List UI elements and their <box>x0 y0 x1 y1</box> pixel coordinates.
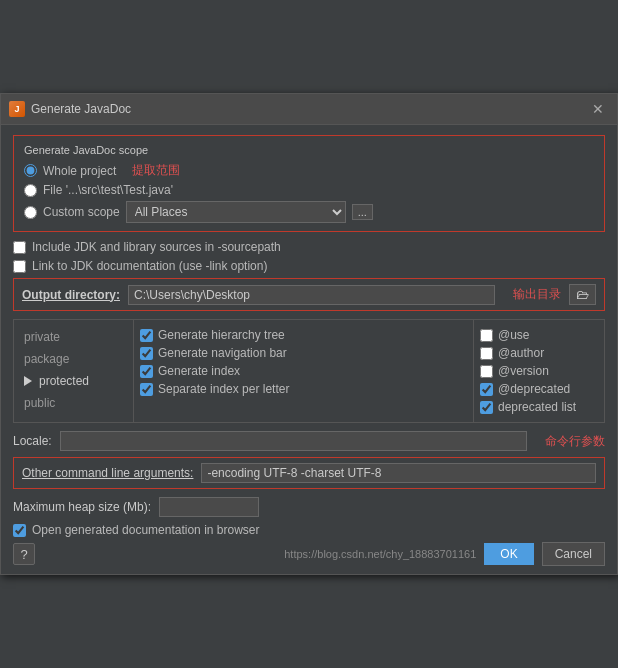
include-jdk-checkbox[interactable] <box>13 241 26 254</box>
include-jdk-label: Include JDK and library sources in -sour… <box>32 240 281 254</box>
cb-author: @author <box>480 346 598 360</box>
scope-file-label: File '...\src\test\Test.java' <box>43 183 173 197</box>
cb-version-label: @version <box>498 364 549 378</box>
cb-hierarchy-tree-checkbox[interactable] <box>140 329 153 342</box>
cb-deprecated-label: @deprecated <box>498 382 570 396</box>
ok-button[interactable]: OK <box>484 543 533 565</box>
scope-item-private[interactable]: private <box>20 328 127 346</box>
cmdline-section: Other command line arguments: <box>13 457 605 489</box>
output-label: Output directory: <box>22 288 120 302</box>
locale-input[interactable] <box>60 431 527 451</box>
scope-custom-radio[interactable] <box>24 206 37 219</box>
locale-row: Locale: 命令行参数 <box>13 431 605 451</box>
heap-label: Maximum heap size (Mb): <box>13 500 151 514</box>
scope-item-package-label: package <box>24 352 69 366</box>
scope-item-protected-label: protected <box>39 374 89 388</box>
scope-item-private-label: private <box>24 330 60 344</box>
cb-deprecated-checkbox[interactable] <box>480 383 493 396</box>
folder-button[interactable]: 🗁 <box>569 284 596 305</box>
scope-arrow-icon <box>24 376 32 386</box>
open-browser-checkbox[interactable] <box>13 524 26 537</box>
scope-whole-project-label: Whole project <box>43 164 116 178</box>
scope-custom-row: Custom scope All Places ... <box>24 201 594 223</box>
generate-javadoc-dialog: J Generate JavaDoc ✕ Generate JavaDoc sc… <box>0 93 618 575</box>
cb-gen-index-checkbox[interactable] <box>140 365 153 378</box>
cb-sep-index: Separate index per letter <box>140 382 467 396</box>
app-icon: J <box>9 101 25 117</box>
cb-nav-bar: Generate navigation bar <box>140 346 467 360</box>
scope-whole-project-row: Whole project 提取范围 <box>24 162 594 179</box>
scope-file-radio[interactable] <box>24 184 37 197</box>
cb-author-label: @author <box>498 346 544 360</box>
scope-item-package[interactable]: package <box>20 350 127 368</box>
cb-nav-bar-checkbox[interactable] <box>140 347 153 360</box>
output-input[interactable] <box>128 285 495 305</box>
heap-row: Maximum heap size (Mb): <box>13 497 605 517</box>
cb-nav-bar-label: Generate navigation bar <box>158 346 287 360</box>
cb-sep-index-checkbox[interactable] <box>140 383 153 396</box>
scope-custom-select[interactable]: All Places <box>126 201 346 223</box>
cb-author-checkbox[interactable] <box>480 347 493 360</box>
scope-file-row: File '...\src\test\Test.java' <box>24 183 594 197</box>
open-browser-label: Open generated documentation in browser <box>32 523 259 537</box>
close-button[interactable]: ✕ <box>587 99 609 119</box>
link-jdk-row: Link to JDK documentation (use -link opt… <box>13 259 605 273</box>
scope-annotation: 提取范围 <box>132 162 180 179</box>
cb-use-checkbox[interactable] <box>480 329 493 342</box>
cb-use-label: @use <box>498 328 530 342</box>
cb-sep-index-label: Separate index per letter <box>158 382 289 396</box>
middle-panel: Generate hierarchy tree Generate navigat… <box>134 320 474 422</box>
locale-annotation: 命令行参数 <box>545 433 605 450</box>
cb-version-checkbox[interactable] <box>480 365 493 378</box>
scope-custom-label: Custom scope <box>43 205 120 219</box>
cb-deprecated-list: deprecated list <box>480 400 598 414</box>
cmdline-input[interactable] <box>201 463 596 483</box>
link-jdk-checkbox[interactable] <box>13 260 26 273</box>
middle-section: private package protected public Generat… <box>13 319 605 423</box>
cb-gen-index: Generate index <box>140 364 467 378</box>
cb-version: @version <box>480 364 598 378</box>
dialog-title: Generate JavaDoc <box>31 102 131 116</box>
cb-use: @use <box>480 328 598 342</box>
scope-section: Generate JavaDoc scope Whole project 提取范… <box>13 135 605 232</box>
help-button[interactable]: ? <box>13 543 35 565</box>
cb-deprecated-list-checkbox[interactable] <box>480 401 493 414</box>
title-bar-left: J Generate JavaDoc <box>9 101 131 117</box>
output-section: Output directory: 输出目录 🗁 <box>13 278 605 311</box>
scope-item-protected[interactable]: protected <box>20 372 127 390</box>
left-panel: private package protected public <box>14 320 134 422</box>
footer-right: https://blog.csdn.net/chy_18883701161 OK… <box>284 542 605 566</box>
heap-input[interactable] <box>159 497 259 517</box>
locale-label: Locale: <box>13 434 52 448</box>
right-panel: @use @author @version @deprecated deprec… <box>474 320 604 422</box>
cb-deprecated: @deprecated <box>480 382 598 396</box>
cancel-button[interactable]: Cancel <box>542 542 605 566</box>
scope-radio-group: Whole project 提取范围 File '...\src\test\Te… <box>24 162 594 223</box>
cmdline-label: Other command line arguments: <box>22 466 193 480</box>
scope-item-public-label: public <box>24 396 55 410</box>
blog-link: https://blog.csdn.net/chy_18883701161 <box>284 548 476 560</box>
cb-gen-index-label: Generate index <box>158 364 240 378</box>
cb-hierarchy-tree-label: Generate hierarchy tree <box>158 328 285 342</box>
scope-custom-btn[interactable]: ... <box>352 204 373 220</box>
output-annotation: 输出目录 <box>513 286 561 303</box>
scope-whole-project-radio[interactable] <box>24 164 37 177</box>
footer-row: ? https://blog.csdn.net/chy_18883701161 … <box>13 542 605 566</box>
include-jdk-row: Include JDK and library sources in -sour… <box>13 240 605 254</box>
link-jdk-label: Link to JDK documentation (use -link opt… <box>32 259 267 273</box>
open-browser-row: Open generated documentation in browser <box>13 523 605 537</box>
scope-item-public[interactable]: public <box>20 394 127 412</box>
cb-hierarchy-tree: Generate hierarchy tree <box>140 328 467 342</box>
title-bar: J Generate JavaDoc ✕ <box>1 94 617 125</box>
scope-section-label: Generate JavaDoc scope <box>24 144 594 156</box>
dialog-body: Generate JavaDoc scope Whole project 提取范… <box>1 125 617 574</box>
cb-deprecated-list-label: deprecated list <box>498 400 576 414</box>
